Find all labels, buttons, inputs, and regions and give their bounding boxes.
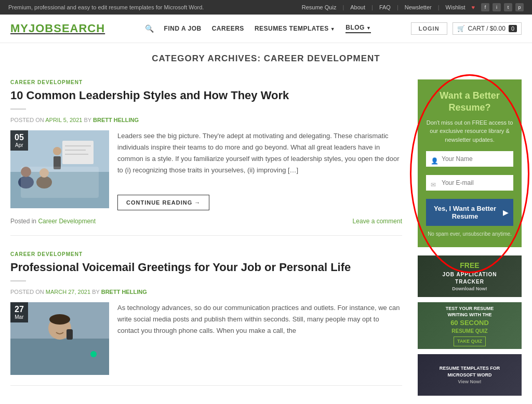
article-1-category-link[interactable]: Career Development <box>38 218 96 225</box>
email-icon: ✉ <box>431 181 436 188</box>
email-input-wrap: ✉ <box>426 175 513 195</box>
article-1-divider <box>10 109 26 110</box>
facebook-icon[interactable]: f <box>481 3 489 11</box>
instagram-icon[interactable]: i <box>493 3 501 11</box>
email-input[interactable] <box>426 175 513 191</box>
article-1: CAREER DEVELOPMENT 10 Common Leadership … <box>10 79 402 236</box>
search-icon[interactable]: 🔍 <box>145 24 154 33</box>
article-2-date: MARCH 27, 2021 <box>46 289 90 295</box>
heart-icon: ♥ <box>471 4 475 10</box>
article-1-posted-in: Posted in Career Development <box>10 218 96 225</box>
svg-rect-7 <box>54 156 61 169</box>
top-nav-newsletter[interactable]: Newsletter <box>405 4 432 10</box>
site-header: MYJOBSEARCH 🔍 FIND A JOB CAREERS RESUMES… <box>0 15 532 43</box>
banner-templates-line1: RESUME TEMPLATES FOR <box>440 365 500 372</box>
svg-point-8 <box>18 176 34 188</box>
banner-tracker-line4: Download Now! <box>442 286 497 292</box>
name-input-wrap: 👤 <box>426 151 513 171</box>
widget-container: Want a Better Resume? Don't miss out on … <box>418 79 522 247</box>
top-nav-wishlist[interactable]: Wishlist <box>446 4 466 10</box>
article-2-date-badge: 27 Mar <box>10 302 28 322</box>
sidebar: Want a Better Resume? Don't miss out on … <box>418 79 522 401</box>
social-icons: f i t p <box>481 3 524 11</box>
header-right: LOGIN 🛒 CART / $0.00 0 <box>411 22 522 35</box>
name-input[interactable] <box>426 151 513 167</box>
article-2-meta: POSTED ON MARCH 27, 2021 BY BRETT HELLIN… <box>10 289 402 295</box>
cart-count: 0 <box>509 25 517 32</box>
job-tracker-banner[interactable]: FREE JOB APPLICATION TRACKER Download No… <box>418 255 522 297</box>
resume-quiz-banner[interactable]: TEST YOUR RESUME WRITING WITH THE 60 SEC… <box>418 302 522 349</box>
article-2-category: CAREER DEVELOPMENT <box>10 251 402 257</box>
banner-tracker-line3: TRACKER <box>442 278 497 286</box>
article-2-text: As technology advances, so do our commun… <box>117 302 402 375</box>
articles-list: CAREER DEVELOPMENT 10 Common Leadership … <box>10 79 402 401</box>
article-2-title: Professional Voicemail Greetings for You… <box>10 260 402 275</box>
page-title: CATEGORY ARCHIVES: CAREER DEVELOPMENT <box>10 53 522 64</box>
widget-title-highlight: Resume? <box>448 102 490 113</box>
login-button[interactable]: LOGIN <box>411 22 447 35</box>
svg-point-17 <box>90 351 97 357</box>
article-1-text: Leaders see the big picture. They're ade… <box>117 130 402 210</box>
article-1-category: CAREER DEVELOPMENT <box>10 79 402 85</box>
article-1-meta-prefix: POSTED ON <box>10 117 44 123</box>
top-nav-about[interactable]: About <box>350 4 365 10</box>
banner-quiz-line1: TEST YOUR RESUME <box>446 305 494 312</box>
article-2-author: BRETT HELLING <box>101 289 147 295</box>
article-1-date-badge: 05 Apr <box>10 130 28 151</box>
article-2-divider <box>10 280 26 281</box>
arrow-icon: ▶ <box>503 209 508 217</box>
article-1-author: BRETT HELLING <box>93 117 139 123</box>
article-2-body: 27 Mar As technology advances, so do our… <box>10 302 402 375</box>
logo-job: JOB <box>29 22 54 35</box>
svg-rect-1 <box>10 172 109 208</box>
banner-templates-line3: View Now! <box>440 379 500 385</box>
site-logo[interactable]: MYJOBSEARCH <box>10 22 105 35</box>
svg-point-11 <box>39 168 49 178</box>
article-1-continue-button[interactable]: CONTINUE READING → <box>117 195 209 210</box>
article-2-title-link[interactable]: Professional Voicemail Greetings for You… <box>10 261 351 274</box>
banner-quiz-line2: WRITING WITH THE <box>446 312 494 318</box>
article-1-title-link[interactable]: 10 Common Leadership Styles and How They… <box>10 89 289 102</box>
nav-blog[interactable]: BLOG▼ <box>345 24 371 33</box>
article-1-date: APRIL 5, 2021 <box>45 117 82 123</box>
nav-find-a-job[interactable]: FIND A JOB <box>164 25 202 32</box>
svg-rect-2 <box>62 141 94 164</box>
article-1-footer: Posted in Career Development Leave a com… <box>10 218 402 225</box>
pinterest-icon[interactable]: p <box>515 3 524 11</box>
banner-quiz-cta: TAKE QUIZ <box>454 336 486 346</box>
article-1-leave-comment[interactable]: Leave a comment <box>353 218 402 225</box>
svg-point-15 <box>49 314 70 325</box>
banner-quiz-line4: RESUME QUIZ <box>446 328 494 335</box>
nav-resumes-templates[interactable]: RESUMES TEMPLATES▼ <box>255 25 335 32</box>
top-nav: Resume Quiz | About | FAQ | Newsletter |… <box>302 3 524 11</box>
article-1-body: 05 Apr Leaders see the big picture. They… <box>10 130 402 210</box>
no-spam-text: No spam ever, unsubscribe anytime. <box>426 231 513 237</box>
svg-point-9 <box>21 167 31 177</box>
logo-search: SEARCH <box>54 22 105 35</box>
top-nav-resumequiz[interactable]: Resume Quiz <box>302 4 337 10</box>
resume-templates-banner[interactable]: RESUME TEMPLATES FOR MICROSOFT WORD View… <box>418 354 522 396</box>
article-1-image-wrap: 05 Apr <box>10 130 109 210</box>
twitter-icon[interactable]: t <box>504 3 512 11</box>
submit-button[interactable]: Yes, I Want a Better Resume ▶ <box>426 199 513 226</box>
article-1-by: BY <box>84 117 91 123</box>
promo-text: Premium, professional and easy to edit r… <box>8 4 204 10</box>
widget-subtitle: Don't miss out on FREE access to our exc… <box>426 118 513 144</box>
top-nav-faq[interactable]: FAQ <box>379 4 391 10</box>
main-container: CATEGORY ARCHIVES: CAREER DEVELOPMENT CA… <box>0 43 532 404</box>
banner-templates-line2: MICROSOFT WORD <box>440 372 500 379</box>
article-2-image-wrap: 27 Mar <box>10 302 109 375</box>
article-2: CAREER DEVELOPMENT Professional Voicemai… <box>10 251 402 386</box>
main-nav: 🔍 FIND A JOB CAREERS RESUMES TEMPLATES▼ … <box>145 24 371 33</box>
article-2-meta-prefix: POSTED ON <box>10 289 44 295</box>
logo-my: MY <box>10 22 29 35</box>
widget-title: Want a Better Resume? <box>426 90 513 114</box>
person-icon: 👤 <box>431 157 438 165</box>
nav-careers[interactable]: CAREERS <box>212 25 244 32</box>
content-layout: CAREER DEVELOPMENT 10 Common Leadership … <box>10 79 522 401</box>
article-1-title: 10 Common Leadership Styles and How They… <box>10 88 402 103</box>
cart-icon: 🛒 <box>457 25 465 32</box>
article-2-by: BY <box>92 289 99 295</box>
cart-button[interactable]: 🛒 CART / $0.00 0 <box>453 22 522 35</box>
top-bar: Premium, professional and easy to edit r… <box>0 0 532 15</box>
